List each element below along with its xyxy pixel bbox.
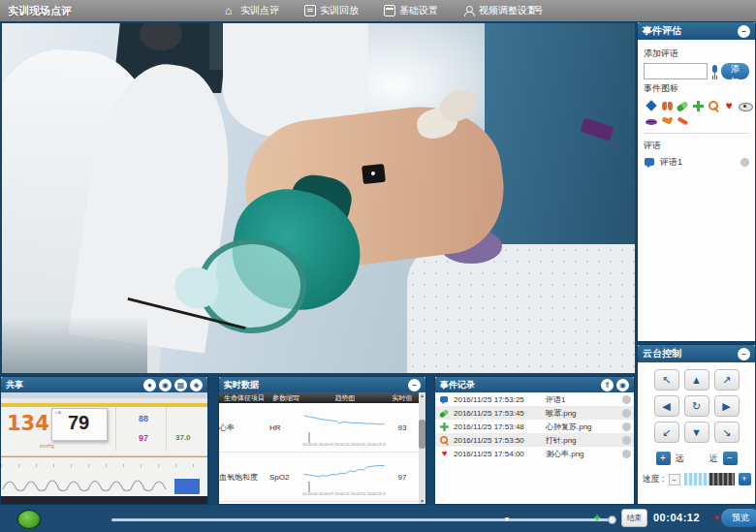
- comment-list-item[interactable]: 评语1: [644, 155, 749, 170]
- main-tabs: 实训点评 实训回放 基础设置 视频调整设置: [225, 4, 537, 17]
- patient-monitor-screenshot[interactable]: 134 L/A 79 mmHg 88 97 37.0: [1, 392, 207, 504]
- vital-abbr: SpO2: [269, 473, 302, 482]
- speed-increase-button[interactable]: +: [739, 473, 751, 485]
- scrollbar-thumb[interactable]: [419, 420, 425, 449]
- collapse-icon[interactable]: −: [738, 348, 750, 360]
- event-more-icon[interactable]: [622, 450, 631, 458]
- hr-trend-chart: 20:00:03 20:00:07 20:00:11 20:00:15 20:0…: [302, 408, 388, 447]
- otoscope-event-icon[interactable]: [706, 98, 721, 113]
- pan-up-left-button[interactable]: ↖: [654, 369, 679, 391]
- event-row[interactable]: 2016/11/25 17:53:25 评语1: [435, 392, 634, 406]
- ptz-header: 云台控制 −: [638, 345, 755, 362]
- ptz-control-panel: 云台控制 − ↖ ▲ ↗ ◀ ↻ ▶ ↙ ▼ ↘ + 远 近 − 速度 : − …: [637, 344, 756, 505]
- settings-icon: [384, 5, 395, 16]
- event-more-icon[interactable]: [622, 395, 631, 404]
- replay-icon: [304, 5, 316, 16]
- timeline-heart-marker-icon[interactable]: ♥: [714, 515, 719, 522]
- timeline-marker-icon[interactable]: ▾: [505, 516, 509, 523]
- event-row[interactable]: 2016/11/25 17:53:48 心肺复苏.png: [435, 420, 634, 433]
- panel-title: 云台控制: [643, 347, 681, 360]
- session-timer: 00:04:12: [653, 512, 700, 523]
- capsule-event-icon[interactable]: [675, 98, 690, 113]
- timeline-slider[interactable]: ▾ ✚ ♥: [111, 518, 615, 521]
- tab-training-review[interactable]: 实训点评: [225, 4, 279, 17]
- lungs-event-icon[interactable]: [659, 98, 675, 113]
- diamond-event-icon[interactable]: [644, 98, 659, 113]
- chili-event-icon[interactable]: [675, 113, 690, 129]
- event-row[interactable]: 2016/11/25 17:53:45 喉罩.png: [435, 406, 634, 420]
- pan-up-right-button[interactable]: ↗: [714, 369, 740, 391]
- snapshot-icon[interactable]: ◉: [159, 379, 172, 391]
- collapse-icon[interactable]: −: [408, 379, 421, 391]
- heart-event-icon[interactable]: [721, 98, 737, 113]
- record-icon[interactable]: ●: [143, 379, 156, 391]
- pan-right-button[interactable]: ▶: [714, 395, 740, 417]
- camera-icon[interactable]: ◈: [190, 379, 203, 391]
- speed-decrease-button[interactable]: −: [669, 474, 680, 485]
- realtime-row-hr[interactable]: 心率 HR 20:00:03 20:00:07 20:00:11 20:00:1…: [219, 403, 425, 453]
- pan-down-right-button[interactable]: ↘: [714, 422, 740, 443]
- arm-event-icon[interactable]: [659, 113, 675, 129]
- event-more-icon[interactable]: [622, 422, 631, 431]
- channel-label[interactable]: 1号: [528, 4, 544, 17]
- vital-value: 93: [388, 423, 417, 432]
- recording-indicator[interactable]: [17, 510, 41, 529]
- comment-input[interactable]: [644, 63, 708, 79]
- timeline-thumb[interactable]: [608, 516, 616, 524]
- event-label: 测心率.png: [546, 449, 619, 459]
- speed-slider[interactable]: [684, 473, 735, 485]
- pan-up-button[interactable]: ▲: [684, 369, 709, 391]
- event-row[interactable]: 2016/11/25 17:53:50 打针.png: [435, 433, 634, 447]
- bed-sheet: [407, 244, 635, 373]
- tab-basic-settings[interactable]: 基础设置: [384, 4, 438, 17]
- event-more-icon[interactable]: [622, 436, 631, 445]
- vital-name: 心率: [219, 422, 269, 433]
- event-records-panel: 事件记录 ⇑ ◉ 2016/11/25 17:53:25 评语1 2016/11…: [434, 376, 635, 505]
- tab-video-adjust[interactable]: 视频调整设置: [463, 4, 537, 17]
- cross-event-icon[interactable]: [690, 98, 706, 113]
- pan-home-button[interactable]: ↻: [684, 395, 709, 417]
- event-label: 评语1: [546, 394, 619, 405]
- event-time: 2016/11/25 17:53:25: [454, 395, 543, 404]
- panel-title: 事件评估: [643, 24, 681, 38]
- comment-more-icon[interactable]: [740, 158, 749, 167]
- event-more-icon[interactable]: [622, 409, 631, 418]
- lips-event-icon[interactable]: [644, 113, 659, 129]
- pan-down-button[interactable]: ▼: [684, 422, 709, 443]
- scrollbar[interactable]: [419, 392, 425, 504]
- realtime-row-spo2[interactable]: 血氧饱和度 SpO2 20:00:03 20:00:07 20:00:11 20…: [219, 453, 425, 502]
- event-time: 2016/11/25 17:53:45: [454, 409, 543, 418]
- zoom-far-label: 远: [676, 453, 684, 465]
- export-icon[interactable]: ⇑: [601, 379, 614, 391]
- panel-title: 实时数据: [224, 379, 259, 391]
- vital-value: 97: [388, 473, 417, 482]
- collapse-icon[interactable]: ◉: [616, 379, 629, 391]
- zoom-out-button[interactable]: −: [723, 452, 738, 465]
- zoom-in-button[interactable]: +: [656, 452, 671, 465]
- end-button[interactable]: 结束: [621, 509, 647, 527]
- event-time: 2016/11/25 17:53:50: [454, 436, 543, 445]
- microphone-icon[interactable]: [710, 65, 718, 78]
- panel-title: 事件记录: [440, 379, 475, 391]
- preview-button[interactable]: 预览: [721, 509, 756, 527]
- timeline-cross-marker-icon[interactable]: ✚: [594, 515, 601, 522]
- comment-icon: [439, 394, 449, 404]
- waveform-ticks: [1, 464, 207, 467]
- comment-item-label: 评语1: [660, 156, 682, 169]
- expand-icon[interactable]: ▦: [174, 379, 187, 391]
- vital-abbr: HR: [269, 423, 302, 432]
- add-comment-button[interactable]: 添加: [721, 63, 749, 79]
- pan-left-button[interactable]: ◀: [654, 395, 679, 417]
- column-header: 实时值: [388, 393, 417, 403]
- pan-down-left-button[interactable]: ↙: [654, 422, 679, 443]
- hr-waveform: [1, 456, 207, 457]
- collapse-icon[interactable]: −: [738, 25, 750, 38]
- event-row[interactable]: 2016/11/25 17:54:00 测心率.png: [435, 447, 634, 460]
- speed-label: 速度 :: [642, 473, 664, 485]
- tab-training-replay[interactable]: 实训回放: [304, 4, 359, 17]
- shared-desktop-panel: 共享 ● ◉ ▦ ◈ 134 L/A 79 mmHg 88 97 37.0: [0, 376, 208, 505]
- eye-event-icon[interactable]: [737, 98, 752, 113]
- live-video-feed[interactable]: [2, 23, 635, 373]
- mini-window: [173, 478, 201, 495]
- column-header: 趋势图: [302, 393, 388, 403]
